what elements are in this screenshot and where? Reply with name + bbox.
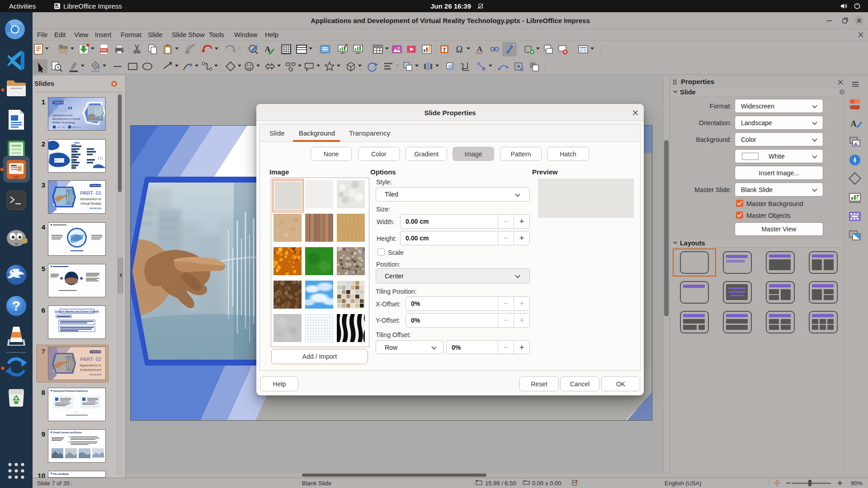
svg-text:Introduction to: Introduction to [80, 197, 101, 201]
svg-text:A: A [477, 45, 483, 53]
svg-text:Ω: Ω [456, 44, 463, 54]
svg-text:Virtual Reality: Virtual Reality [80, 202, 101, 206]
svg-text:YOUR LOGO: YOUR LOGO [91, 184, 102, 187]
svg-text:YOUR LOGO: YOUR LOGO [54, 102, 66, 104]
svg-text:Development of Virtual: Development of Virtual [52, 117, 80, 120]
svg-text:!: ! [362, 44, 363, 48]
svg-text:Reality Technology: Reality Technology [52, 121, 75, 124]
svg-text:Applications and: Applications and [52, 114, 72, 117]
svg-text:****: **** [75, 411, 78, 413]
svg-text:Current Market and Future Grow: Current Market and Future Growth [55, 310, 99, 313]
svg-text:0988 xxx.c: 0988 xxx.c [72, 126, 81, 128]
svg-text:Virtual Concerts and Events: Virtual Concerts and Events [53, 432, 82, 434]
svg-text:A: A [850, 119, 857, 128]
svg-text:Film and Media: Film and Media [53, 473, 69, 475]
svg-text:T: T [443, 47, 446, 53]
svg-text:PART- 01: PART- 01 [80, 190, 101, 196]
svg-text:PDF: PDF [101, 49, 107, 52]
svg-text:Gaming and Interactive Experie: Gaming and Interactive Experiences [53, 390, 88, 392]
svg-text:20XX: 20XX [52, 106, 67, 113]
svg-text:?: ? [12, 298, 20, 313]
svg-text:◀◀◀◀◀: ◀◀◀◀◀ [89, 206, 102, 210]
svg-text:◜◝: ◜◝ [54, 160, 57, 162]
svg-text:A: A [265, 45, 271, 53]
svg-text:123 - 456: 123 - 456 [57, 126, 65, 128]
